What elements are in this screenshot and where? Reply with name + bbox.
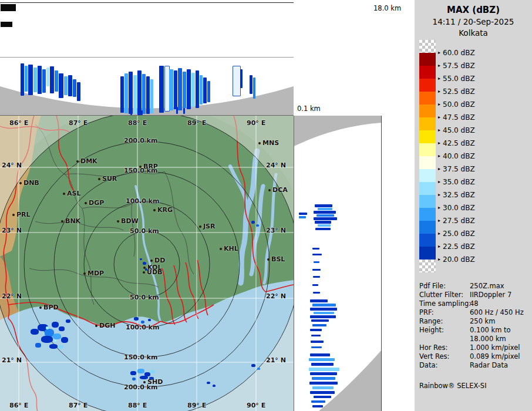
dbz-value: 47.5 dBZ — [443, 113, 475, 122]
tick-arrow-icon: ▸ — [438, 193, 440, 197]
tick-arrow-icon: ▸ — [438, 167, 440, 171]
dbz-scale-label: ▸ 60.0 dBZ — [438, 49, 475, 57]
dbz-scale-label: ▸ 47.5 dBZ — [438, 113, 475, 122]
radar-display-window: 18.0 km 0.1 km — [0, 0, 532, 411]
dbz-value: 40.0 dBZ — [443, 152, 475, 160]
min-height-axis-label: 0.1 km — [297, 105, 321, 113]
side-cross-section-panel[interactable] — [294, 116, 382, 411]
info-label: Pdf File: — [419, 282, 470, 291]
top-panel-blind-zone — [0, 80, 294, 116]
tick-arrow-icon: ▸ — [438, 154, 440, 159]
dbz-scale-label: ▸ 37.5 dBZ — [438, 165, 475, 173]
dbz-colorbar — [419, 40, 436, 272]
info-row: 18.000 km — [419, 335, 531, 343]
info-row: Time sampling: 48 — [419, 299, 531, 308]
info-row: Hor Res: 1.000 km/pixel — [419, 343, 531, 352]
info-row: Vert Res: 0.089 km/pixel — [419, 352, 531, 361]
info-value: 250Z.max — [470, 282, 504, 291]
info-label: Height: — [419, 326, 470, 335]
info-label: Vert Res: — [419, 352, 470, 361]
info-value: 250 km — [470, 317, 495, 326]
colorbar-segment — [419, 247, 436, 260]
dbz-value: 30.0 dBZ — [443, 204, 475, 212]
dbz-value: 42.5 dBZ — [443, 139, 475, 147]
info-label — [419, 335, 470, 343]
colorbar-segment — [419, 156, 436, 169]
colorbar-segment — [419, 53, 436, 66]
top-cross-section-panel[interactable] — [0, 0, 294, 116]
colorbar-segment — [419, 260, 436, 272]
dbz-scale-label: ▸ 22.5 dBZ — [438, 242, 475, 251]
tick-arrow-icon: ▸ — [438, 141, 440, 146]
dbz-value: 35.0 dBZ — [443, 178, 475, 186]
dbz-scale-label: ▸ 35.0 dBZ — [438, 178, 475, 186]
info-value: IIRDoppler 7 — [470, 291, 511, 299]
colorbar-segment — [419, 79, 436, 92]
dbz-value: 50.0 dBZ — [443, 100, 475, 109]
info-row: Data: Radar Data — [419, 361, 531, 370]
tick-arrow-icon: ▸ — [438, 76, 440, 81]
dbz-value: 55.0 dBZ — [443, 75, 475, 83]
tick-arrow-icon: ▸ — [438, 257, 440, 262]
tick-arrow-icon: ▸ — [438, 180, 440, 184]
dbz-value: 57.5 dBZ — [443, 62, 475, 70]
dbz-value: 32.5 dBZ — [443, 191, 475, 199]
dbz-value: 37.5 dBZ — [443, 165, 475, 173]
tick-arrow-icon: ▸ — [438, 63, 440, 68]
info-label: Clutter Filter: — [419, 291, 470, 299]
product-info: Pdf File: 250Z.max Clutter Filter: IIRDo… — [419, 282, 531, 370]
station-name: Kolkata — [415, 28, 532, 38]
colorbar-segment — [419, 208, 436, 221]
tick-arrow-icon: ▸ — [438, 218, 440, 223]
legend-panel: MAX (dBZ) 14:11 / 20-Sep-2025 Kolkata — [415, 0, 532, 411]
dbz-scale-label: ▸ 42.5 dBZ — [438, 139, 475, 147]
info-row: Pdf File: 250Z.max — [419, 282, 531, 291]
tick-arrow-icon: ▸ — [438, 128, 440, 133]
info-value: 0.089 km/pixel — [470, 352, 520, 361]
colorbar-segment — [419, 66, 436, 79]
colorbar-segment — [419, 105, 436, 117]
terrain-map — [0, 116, 294, 411]
software-branding: Rainbow® SELEX-SI — [419, 382, 487, 390]
colorbar-segment — [419, 234, 436, 247]
colorbar-segment — [419, 143, 436, 156]
colorbar-segment — [419, 182, 436, 195]
tick-arrow-icon: ▸ — [438, 50, 440, 55]
colorbar-segment — [419, 130, 436, 143]
info-label: Time sampling: — [419, 299, 470, 308]
dbz-scale-label: ▸ 50.0 dBZ — [438, 100, 475, 109]
info-value: 0.100 km to — [470, 326, 511, 335]
axis-tick-marker — [1, 22, 12, 27]
dbz-scale-label: ▸ 40.0 dBZ — [438, 152, 475, 160]
info-value: 48 — [470, 299, 479, 308]
info-value: 18.000 km — [470, 335, 506, 343]
tick-arrow-icon: ▸ — [438, 115, 440, 120]
axis-tick-marker — [1, 4, 16, 11]
colorbar-segment — [419, 40, 436, 53]
side-panel-blind-zone — [294, 116, 381, 411]
product-title: MAX (dBZ) — [415, 0, 532, 15]
dbz-scale-label: ▸ 27.5 dBZ — [438, 217, 475, 225]
dbz-scale-label: ▸ 57.5 dBZ — [438, 62, 475, 70]
info-value: Radar Data — [470, 361, 508, 370]
tick-arrow-icon: ▸ — [438, 102, 440, 107]
info-row: PRF: 600 Hz / 450 Hz — [419, 308, 531, 317]
dbz-value: 60.0 dBZ — [443, 49, 475, 57]
dbz-scale-label: ▸ 30.0 dBZ — [438, 204, 475, 212]
info-label: Hor Res: — [419, 343, 470, 352]
dbz-scale-label: ▸ 25.0 dBZ — [438, 230, 475, 238]
info-label: Data: — [419, 361, 470, 370]
dbz-value: 20.0 dBZ — [443, 255, 475, 264]
dbz-scale-label: ▸ 52.5 dBZ — [438, 87, 475, 96]
info-row: Range: 250 km — [419, 317, 531, 326]
dbz-value: 45.0 dBZ — [443, 126, 475, 134]
dbz-scale-label: ▸ 20.0 dBZ — [438, 255, 475, 264]
info-row: Clutter Filter: IIRDoppler 7 — [419, 291, 531, 299]
info-label: PRF: — [419, 308, 470, 317]
dbz-value: 27.5 dBZ — [443, 217, 475, 225]
info-label: Range: — [419, 317, 470, 326]
map-panel[interactable]: 200.0 km 150.0 km 100.0 km 50.0 km 50.0 … — [0, 116, 294, 411]
colorbar-segment — [419, 221, 436, 234]
colorbar-segment — [419, 92, 436, 105]
dbz-value: 25.0 dBZ — [443, 230, 475, 238]
